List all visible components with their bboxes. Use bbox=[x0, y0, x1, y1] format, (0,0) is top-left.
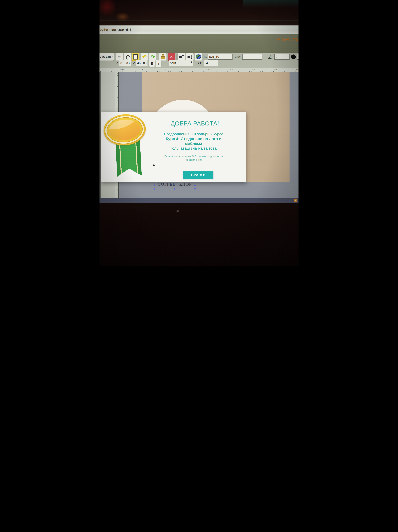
ruler-label: 100 bbox=[164, 69, 167, 70]
modal-line4: Получаваш значка за това! bbox=[141, 146, 246, 151]
ruler-label: 600 bbox=[274, 69, 277, 70]
undo-icon: ↶ bbox=[142, 54, 147, 59]
modal-line1: Поздравления, Ти завърши курса bbox=[141, 132, 246, 136]
font-family-select[interactable]: serif bbox=[169, 60, 193, 66]
id-input[interactable]: svg_10 bbox=[208, 54, 233, 60]
selection-handle[interactable] bbox=[194, 184, 196, 186]
tray-chevron-icon[interactable]: ▲ bbox=[289, 199, 291, 201]
toolbar-divider bbox=[140, 54, 140, 60]
move-bottom-icon bbox=[188, 54, 192, 59]
svg-edit-menu-button[interactable]: SVG-Edit ▼ bbox=[100, 53, 114, 61]
photo-of-monitor: 83ba-fcaa140e7d7f outaran8@pr SVG-Edit ▼… bbox=[100, 0, 298, 266]
x-input[interactable]: 313.3333 bbox=[119, 60, 132, 66]
selection-box[interactable] bbox=[155, 182, 195, 189]
modal-note: Всички спечелени от Теб значки се добавя… bbox=[145, 154, 242, 162]
selection-handle[interactable] bbox=[154, 188, 155, 190]
room-background-top bbox=[100, 0, 298, 25]
monitor-brand-logo: LG bbox=[176, 210, 179, 212]
toolbar-divider bbox=[203, 54, 203, 60]
bold-button[interactable]: B bbox=[149, 60, 155, 67]
ruler-label: 500 bbox=[252, 69, 255, 70]
modal-note-line2: профила Ти! bbox=[145, 158, 242, 162]
angle-icon: ∠ bbox=[268, 55, 272, 60]
red-glow bbox=[100, 0, 117, 17]
angle-input[interactable]: 0 bbox=[274, 54, 290, 60]
selection-handle[interactable] bbox=[174, 188, 176, 190]
font-size-input[interactable]: 24 bbox=[203, 60, 218, 66]
delete-x-icon: ✕ bbox=[170, 55, 173, 59]
modal-note-line1: Всички спечелени от Теб значки се добавя… bbox=[145, 154, 242, 158]
mouse-cursor bbox=[152, 164, 155, 168]
move-to-top-button[interactable] bbox=[178, 53, 185, 61]
svg-source-icon: ‹SVG› bbox=[117, 55, 122, 59]
id-label: id: bbox=[204, 55, 207, 58]
clone-button[interactable] bbox=[159, 53, 167, 61]
toolbar-divider bbox=[158, 54, 158, 60]
redo-button[interactable]: ↷ bbox=[149, 53, 157, 61]
ruler-label: 200 bbox=[186, 69, 189, 70]
selection-handle[interactable] bbox=[194, 188, 196, 190]
tray-app-icon[interactable] bbox=[293, 198, 297, 202]
user-email[interactable]: outaran8@pr bbox=[277, 37, 298, 41]
class-label: class: bbox=[235, 55, 241, 58]
congratulations-modal: ДОБРА РАБОТА! Поздравления, Ти завърши к… bbox=[101, 112, 246, 182]
modal-line2: Курс 4: Създаване на лого и bbox=[141, 136, 246, 141]
link-button[interactable] bbox=[195, 53, 202, 61]
x-label: x: bbox=[116, 62, 118, 64]
horizontal-ruler: -1000100200300400500600700 bbox=[100, 68, 298, 72]
browser-tab-text[interactable]: 83ba-fcaa140e7d7f bbox=[100, 28, 131, 32]
ruler-label: -100 bbox=[120, 69, 124, 70]
move-top-icon bbox=[179, 54, 184, 59]
clipped-right-input[interactable] bbox=[297, 54, 298, 60]
italic-button[interactable]: i bbox=[156, 60, 161, 67]
monitor-edge-glow bbox=[100, 19, 298, 21]
y-input[interactable]: 468.8888 bbox=[136, 60, 148, 66]
delete-button[interactable]: ✕ bbox=[168, 53, 175, 61]
medal-icon bbox=[102, 113, 147, 147]
clone-stamp-icon bbox=[161, 54, 165, 59]
grid-toggle-button[interactable] bbox=[132, 53, 139, 61]
modal-body: Поздравления, Ти завърши курса Курс 4: С… bbox=[141, 132, 246, 151]
modal-title: ДОБРА РАБОТА! bbox=[143, 120, 246, 127]
link-globe-icon bbox=[196, 54, 201, 59]
bravo-button[interactable]: БРАВО! bbox=[183, 171, 213, 179]
undo-button[interactable]: ↶ bbox=[141, 53, 148, 61]
y-label: y: bbox=[133, 62, 135, 64]
redo-icon: ↷ bbox=[151, 54, 155, 59]
selection-handle[interactable] bbox=[154, 184, 155, 186]
room-background-bottom bbox=[100, 203, 298, 266]
teal-glow bbox=[243, 0, 298, 8]
ruler-label: 0 bbox=[142, 69, 143, 70]
svg-edit-menu-label: SVG-Edit bbox=[100, 55, 111, 58]
canvas-workspace: COFFEE|ZHOP bbox=[100, 72, 298, 213]
text-toolbar: x: 313.3333 y: 468.8888 B i serif тT 24 bbox=[100, 60, 298, 68]
windows-taskbar: ▲ bbox=[100, 198, 298, 203]
source-code-button[interactable]: ‹SVG› bbox=[116, 53, 123, 61]
move-to-bottom-button[interactable] bbox=[186, 53, 194, 61]
modal-line3: емблема bbox=[141, 141, 246, 146]
site-header-band: outaran8@pr bbox=[100, 34, 298, 53]
ruler-label: 400 bbox=[230, 69, 233, 70]
class-input[interactable] bbox=[242, 54, 262, 60]
shapes-overlap-icon bbox=[125, 54, 130, 60]
browser-bar: 83ba-fcaa140e7d7f bbox=[100, 25, 298, 34]
grid-icon bbox=[133, 54, 138, 59]
toolbar-divider bbox=[115, 54, 115, 60]
chevron-down-icon: ▼ bbox=[112, 56, 113, 58]
blur-control-icon[interactable] bbox=[291, 55, 296, 59]
monitor-screen: 83ba-fcaa140e7d7f outaran8@pr SVG-Edit ▼… bbox=[100, 25, 298, 203]
toolbar-divider bbox=[176, 54, 177, 60]
ruler-label: 700 bbox=[296, 69, 298, 70]
shapes-library-button[interactable] bbox=[124, 53, 131, 61]
ribbon-icon bbox=[115, 140, 142, 177]
chevron-down-icon bbox=[190, 62, 192, 63]
font-size-icon: тT bbox=[198, 61, 202, 65]
ruler-label: 300 bbox=[208, 69, 211, 70]
